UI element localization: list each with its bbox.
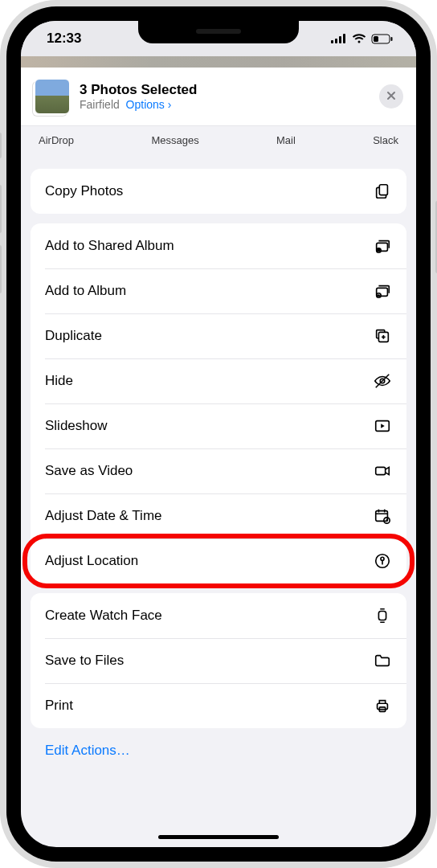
album-icon [373,281,392,301]
svg-rect-17 [376,511,388,522]
edit-actions-link[interactable]: Edit Actions… [31,728,406,775]
duplicate-icon [373,326,392,346]
save-to-files-item[interactable]: Save to Files [31,638,406,683]
action-label: Create Watch Face [45,608,162,624]
duplicate-item[interactable]: Duplicate [31,313,406,358]
svg-rect-21 [378,612,386,620]
action-label: Copy Photos [45,183,123,199]
action-group-copy: Copy Photos [31,169,406,214]
create-watch-face-item[interactable]: Create Watch Face [31,593,406,638]
close-icon [386,89,396,104]
action-label: Adjust Date & Time [45,508,162,524]
selection-location: Fairfield [80,98,120,111]
wifi-icon [352,34,366,43]
app-mail[interactable]: Mail [276,134,296,146]
hide-item[interactable]: Hide [31,358,406,403]
watch-icon [373,606,392,625]
cellular-icon [331,34,347,43]
action-label: Add to Album [45,283,126,299]
svg-point-20 [381,557,384,560]
action-label: Print [45,698,73,714]
adjust-location-item[interactable]: Adjust Location [31,538,406,583]
svg-rect-22 [378,703,388,709]
selection-thumbnail[interactable] [35,79,70,114]
action-label: Duplicate [45,328,102,344]
device-notch [138,21,299,43]
app-messages[interactable]: Messages [151,134,198,146]
action-label: Save to Files [45,653,124,669]
action-label: Slideshow [45,418,108,434]
status-time: 12:33 [47,31,81,47]
home-indicator[interactable] [158,835,279,839]
app-slack[interactable]: Slack [373,134,398,146]
svg-rect-16 [376,467,386,474]
slideshow-item[interactable]: Slideshow [31,403,406,448]
photo-strip-background [21,56,416,68]
action-label: Save as Video [45,463,133,479]
svg-rect-1 [335,39,337,43]
svg-rect-7 [379,185,387,195]
action-group-main: Add to Shared Album Add to Album Duplica… [31,223,406,583]
close-button[interactable] [379,84,403,108]
action-label: Add to Shared Album [45,238,174,254]
print-item[interactable]: Print [31,683,406,728]
shared-album-icon [373,236,392,256]
calendar-clock-icon [373,506,392,526]
folder-icon [373,651,392,670]
svg-rect-6 [391,37,393,41]
video-icon [373,461,392,481]
hide-icon [373,371,392,391]
svg-rect-0 [331,40,333,43]
battery-icon [371,34,394,44]
svg-point-10 [378,248,379,250]
adjust-date-time-item[interactable]: Adjust Date & Time [31,493,406,538]
options-link[interactable]: Options › [126,98,172,111]
selection-title: 3 Photos Selected [80,82,370,98]
svg-rect-3 [343,34,345,43]
add-album-item[interactable]: Add to Album [31,268,406,313]
print-icon [373,696,392,715]
share-app-row: AirDrop Messages Mail Slack [21,126,416,154]
share-sheet-header: 3 Photos Selected Fairfield Options › [21,68,416,126]
add-shared-album-item[interactable]: Add to Shared Album [31,223,406,268]
pin-icon [373,551,392,571]
svg-rect-5 [374,36,378,42]
action-group-extra: Create Watch Face Save to Files Print [31,593,406,728]
action-label: Adjust Location [45,553,138,569]
copy-icon [373,182,392,201]
action-label: Hide [45,373,73,389]
app-airdrop[interactable]: AirDrop [39,134,74,146]
copy-photos-item[interactable]: Copy Photos [31,169,406,214]
save-as-video-item[interactable]: Save as Video [31,448,406,493]
svg-rect-2 [339,36,341,43]
slideshow-icon [373,416,392,436]
